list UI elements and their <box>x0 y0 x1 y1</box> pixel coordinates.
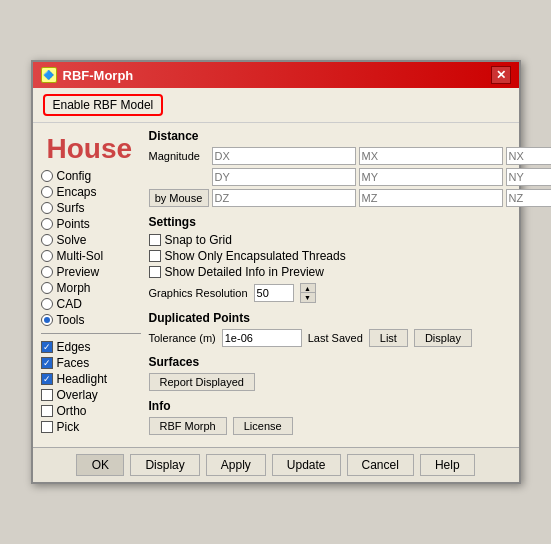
nav-radio-group: Config Encaps Surfs Points Solve <box>41 169 141 327</box>
app-icon: 🔷 <box>41 67 57 83</box>
help-button[interactable]: Help <box>420 454 475 476</box>
enable-row: Enable RBF Model <box>33 88 519 123</box>
nav-encaps[interactable]: Encaps <box>41 185 141 199</box>
resolution-input[interactable] <box>254 284 294 302</box>
dz-input[interactable] <box>212 189 356 207</box>
settings-title: Settings <box>149 215 552 229</box>
by-mouse-button[interactable]: by Mouse <box>149 189 209 207</box>
nav-config[interactable]: Config <box>41 169 141 183</box>
dx-input[interactable] <box>212 147 356 165</box>
radio-cad[interactable] <box>41 298 53 310</box>
radio-encaps[interactable] <box>41 186 53 198</box>
nav-preview[interactable]: Preview <box>41 265 141 279</box>
info-section: Info RBF Morph License <box>149 399 552 435</box>
info-title: Info <box>149 399 552 413</box>
window-title: RBF-Morph <box>63 68 134 83</box>
nav-morph[interactable]: Morph <box>41 281 141 295</box>
duplicated-title: Duplicated Points <box>149 311 552 325</box>
ny-input[interactable] <box>506 168 552 186</box>
settings-section: Settings Snap to Grid Show Only Encapsul… <box>149 215 552 303</box>
ok-button[interactable]: OK <box>76 454 124 476</box>
radio-multi-sol[interactable] <box>41 250 53 262</box>
detailed-check[interactable]: Show Detailed Info in Preview <box>149 265 552 279</box>
radio-tools[interactable] <box>41 314 53 326</box>
display-button[interactable]: Display <box>414 329 472 347</box>
nav-surfs[interactable]: Surfs <box>41 201 141 215</box>
checkbox-snap[interactable] <box>149 234 161 246</box>
right-panel: Distance Magnitude by Mouse <box>149 129 552 441</box>
snap-check[interactable]: Snap to Grid <box>149 233 552 247</box>
main-window: 🔷 RBF-Morph ✕ Enable RBF Model House Con… <box>31 60 521 484</box>
report-displayed-button[interactable]: Report Displayed <box>149 373 255 391</box>
nav-solve[interactable]: Solve <box>41 233 141 247</box>
checkbox-encaps[interactable] <box>149 250 161 262</box>
checkbox-edges[interactable] <box>41 341 53 353</box>
duplicated-section: Duplicated Points Tolerance (m) Last Sav… <box>149 311 552 347</box>
radio-config[interactable] <box>41 170 53 182</box>
apply-button[interactable]: Apply <box>206 454 266 476</box>
magnitude-label: Magnitude <box>149 150 209 162</box>
close-button[interactable]: ✕ <box>491 66 511 84</box>
dy-input[interactable] <box>212 168 356 186</box>
list-button[interactable]: List <box>369 329 408 347</box>
nav-cad[interactable]: CAD <box>41 297 141 311</box>
check-overlay[interactable]: Overlay <box>41 388 141 402</box>
distance-section: Distance Magnitude by Mouse <box>149 129 552 207</box>
check-pick[interactable]: Pick <box>41 420 141 434</box>
check-group: Edges Faces Headlight Overlay Ortho <box>41 340 141 434</box>
checkbox-ortho[interactable] <box>41 405 53 417</box>
nav-tools[interactable]: Tools <box>41 313 141 327</box>
checkbox-headlight[interactable] <box>41 373 53 385</box>
tolerance-label: Tolerance (m) <box>149 332 216 344</box>
surfaces-title: Surfaces <box>149 355 552 369</box>
check-faces[interactable]: Faces <box>41 356 141 370</box>
checkbox-overlay[interactable] <box>41 389 53 401</box>
titlebar: 🔷 RBF-Morph ✕ <box>33 62 519 88</box>
spinner-down[interactable]: ▼ <box>301 293 315 302</box>
checkbox-pick[interactable] <box>41 421 53 433</box>
left-panel: House Config Encaps Surfs Points <box>41 129 141 441</box>
display-bottom-button[interactable]: Display <box>130 454 199 476</box>
spinner-up[interactable]: ▲ <box>301 284 315 293</box>
nav-multi-sol[interactable]: Multi-Sol <box>41 249 141 263</box>
check-ortho[interactable]: Ortho <box>41 404 141 418</box>
checkbox-detailed[interactable] <box>149 266 161 278</box>
license-button[interactable]: License <box>233 417 293 435</box>
encaps-check[interactable]: Show Only Encapsulated Threads <box>149 249 552 263</box>
resolution-label: Graphics Resolution <box>149 287 248 299</box>
last-saved-label: Last Saved <box>308 332 363 344</box>
radio-surfs[interactable] <box>41 202 53 214</box>
surfaces-section: Surfaces Report Displayed <box>149 355 552 391</box>
main-content: House Config Encaps Surfs Points <box>33 123 519 447</box>
tolerance-input[interactable] <box>222 329 302 347</box>
update-button[interactable]: Update <box>272 454 341 476</box>
radio-points[interactable] <box>41 218 53 230</box>
resolution-spinner: ▲ ▼ <box>300 283 316 303</box>
radio-morph[interactable] <box>41 282 53 294</box>
mz-input[interactable] <box>359 189 503 207</box>
check-edges[interactable]: Edges <box>41 340 141 354</box>
bottom-bar: OK Display Apply Update Cancel Help <box>33 447 519 482</box>
distance-title: Distance <box>149 129 552 143</box>
radio-solve[interactable] <box>41 234 53 246</box>
my-input[interactable] <box>359 168 503 186</box>
checkbox-faces[interactable] <box>41 357 53 369</box>
radio-preview[interactable] <box>41 266 53 278</box>
cancel-button[interactable]: Cancel <box>347 454 414 476</box>
enable-rbf-label[interactable]: Enable RBF Model <box>43 94 164 116</box>
nz-input[interactable] <box>506 189 552 207</box>
mx-input[interactable] <box>359 147 503 165</box>
nav-points[interactable]: Points <box>41 217 141 231</box>
check-headlight[interactable]: Headlight <box>41 372 141 386</box>
rbf-morph-button[interactable]: RBF Morph <box>149 417 227 435</box>
house-label: House <box>47 133 141 165</box>
nx-input[interactable] <box>506 147 552 165</box>
